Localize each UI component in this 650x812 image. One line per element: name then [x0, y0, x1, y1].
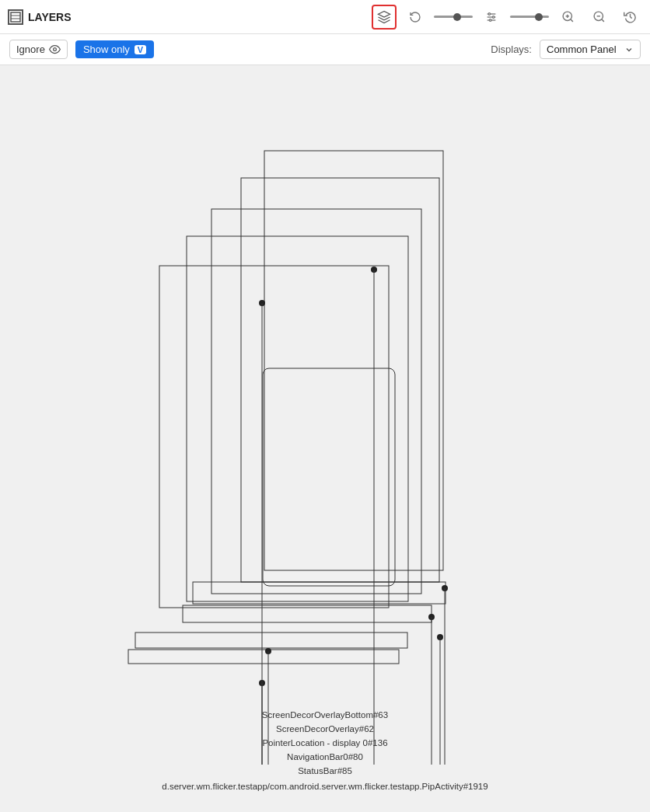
svg-text:d.server.wm.flicker.testapp/co: d.server.wm.flicker.testapp/com.android.… — [162, 782, 488, 791]
toolbar: LAYERS — [0, 0, 650, 34]
toolbar-right — [372, 5, 642, 30]
show-only-label: Show only — [83, 44, 130, 55]
svg-point-7 — [492, 16, 494, 18]
svg-text:PointerLocation - display 0#13: PointerLocation - display 0#136 — [262, 738, 387, 748]
svg-line-14 — [601, 19, 603, 22]
canvas-area[interactable]: ScreenDecorOverlayBottom#63 ScreenDecorO… — [0, 65, 650, 812]
zoom-in-button[interactable] — [555, 5, 580, 30]
chevron-down-icon — [624, 45, 634, 54]
app-title: LAYERS — [8, 9, 72, 25]
ignore-label: Ignore — [16, 44, 45, 55]
displays-value: Common Panel — [547, 44, 617, 55]
layers-icon — [8, 9, 23, 25]
displays-label: Displays: — [491, 44, 532, 55]
show-only-button[interactable]: Show only V — [75, 40, 154, 58]
layer-visualization: ScreenDecorOverlayBottom#63 ScreenDecorO… — [0, 65, 650, 812]
svg-line-10 — [570, 19, 572, 22]
slider-1[interactable] — [434, 16, 473, 18]
svg-point-16 — [54, 48, 57, 51]
displays-dropdown[interactable]: Common Panel — [540, 40, 641, 59]
svg-rect-0 — [11, 12, 20, 22]
svg-text:StatusBar#85: StatusBar#85 — [298, 766, 352, 775]
3d-view-button[interactable] — [372, 5, 397, 30]
svg-point-8 — [489, 19, 491, 21]
svg-point-6 — [488, 12, 491, 15]
ignore-button[interactable]: Ignore — [9, 40, 68, 59]
svg-rect-17 — [0, 65, 650, 812]
eye-icon — [49, 44, 61, 55]
filter-bar: Ignore Show only V Displays: Common Pane… — [0, 34, 650, 65]
revert-button[interactable] — [403, 5, 428, 30]
svg-text:NavigationBar0#80: NavigationBar0#80 — [287, 752, 363, 761]
zoom-out-button[interactable] — [586, 5, 611, 30]
history-button[interactable] — [617, 5, 642, 30]
options-button[interactable] — [479, 5, 504, 30]
svg-text:ScreenDecorOverlay#62: ScreenDecorOverlay#62 — [276, 724, 374, 734]
svg-text:ScreenDecorOverlayBottom#63: ScreenDecorOverlayBottom#63 — [262, 710, 388, 720]
show-only-badge: V — [135, 45, 146, 54]
toolbar-left: LAYERS — [8, 9, 372, 25]
title-text: LAYERS — [28, 11, 72, 23]
slider-2[interactable] — [510, 16, 549, 18]
